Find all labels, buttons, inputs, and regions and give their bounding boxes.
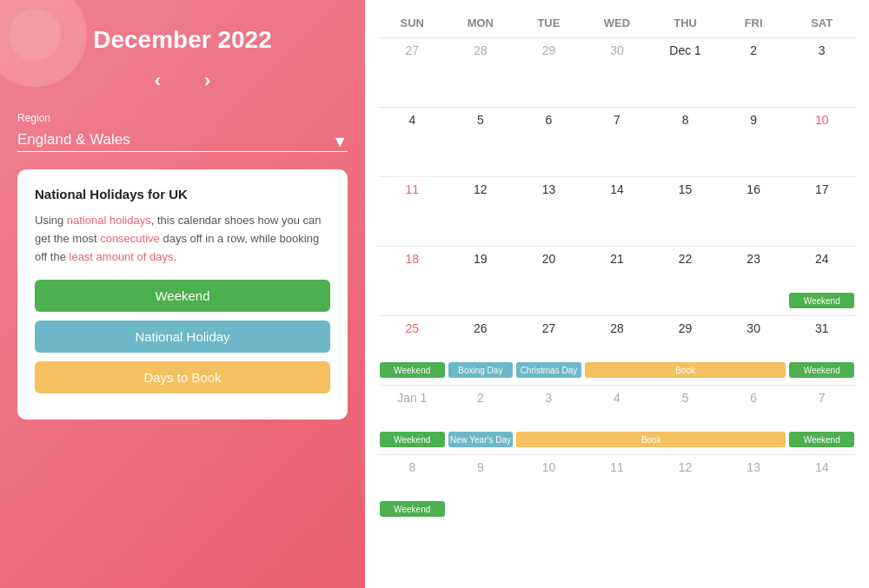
date-number: 8 [654,113,716,127]
date-number: 9 [450,460,512,474]
header-wed: WED [583,13,652,33]
badge-weekend: Weekend [380,362,445,378]
date-number: 7 [587,113,648,127]
table-row[interactable]: 3 [787,37,856,107]
table-row[interactable]: 13 [720,454,788,524]
date-number: 27 [381,43,443,57]
date-number: 17 [791,182,852,196]
week-row-0: 27282930Dec 123 [378,37,856,107]
highlight-national: national holidays [67,214,151,227]
header-sun: SUN [378,13,447,33]
date-number: 10 [518,460,580,474]
region-label: Region [17,112,348,124]
date-number: 28 [587,321,648,335]
info-card: National Holidays for UK Using national … [17,169,348,420]
date-number: 7 [791,391,852,405]
table-row[interactable]: 11 [378,176,447,246]
table-row[interactable]: 13 [514,176,583,246]
date-number: 11 [587,460,648,474]
date-number: 4 [381,113,443,127]
week-row-4: 25262728293031WeekendBoxing DayChristmas… [378,315,856,385]
table-row[interactable]: 14 [787,454,856,524]
calendar-header: SUN MON TUE WED THU FRI SAT [378,13,856,33]
table-row[interactable]: 6 [514,107,583,176]
table-row[interactable]: 23 [720,246,788,315]
badge-holiday: Boxing Day [448,362,514,378]
date-number: 3 [518,391,580,405]
date-number: 20 [518,252,580,266]
header-sat: SAT [787,13,856,33]
table-row[interactable]: 9 [447,454,515,524]
date-number: 3 [791,43,852,57]
table-row[interactable]: 4 [378,107,447,176]
table-row[interactable]: 11 [583,454,652,524]
date-number: 13 [518,182,580,196]
prev-month-button[interactable]: ‹ [155,71,161,90]
table-row[interactable]: 29 [514,37,583,107]
highlight-least: least amount of days [70,250,174,263]
badge-weekend: Weekend [789,432,854,447]
table-row[interactable]: 12 [651,454,720,524]
table-row[interactable]: 30 [583,37,652,107]
table-row[interactable]: 2 [720,37,788,107]
date-number: 27 [518,321,580,335]
date-number: 15 [654,182,716,196]
table-row[interactable]: 15 [651,176,720,246]
date-number: 5 [654,391,716,405]
date-number: 2 [450,391,512,405]
date-number: 12 [450,182,512,196]
month-title: December 2022 [93,26,271,54]
nav-arrows: ‹ › [155,71,211,90]
date-number: 22 [654,252,716,266]
table-row[interactable]: 14 [583,176,652,246]
table-row[interactable]: 21 [583,246,652,315]
table-row[interactable]: 10 [787,107,856,176]
days-to-book-legend-button[interactable]: Days to Book [35,361,330,393]
national-holiday-legend-button[interactable]: National Holiday [35,320,330,353]
date-number: 16 [723,182,785,196]
table-row[interactable]: 28 [447,37,515,107]
table-row[interactable]: 8 [651,107,720,176]
date-number: 12 [654,460,716,474]
table-row[interactable]: 18 [378,246,447,315]
date-number: 29 [518,43,580,57]
date-number: 13 [723,460,785,474]
table-row[interactable]: 12 [447,176,515,246]
badge-holiday: New Year's Day [448,432,514,447]
badge-weekend: Weekend [789,362,854,378]
table-row[interactable]: 19 [447,246,515,315]
table-row[interactable]: 20 [514,246,583,315]
table-row[interactable]: 27 [378,37,447,107]
date-number: 9 [723,113,785,127]
calendar-body: 27282930Dec 1234567891011121314151617181… [378,37,856,524]
date-number: 30 [723,321,785,335]
weekend-legend-button[interactable]: Weekend [35,280,330,312]
date-number: 2 [723,43,785,57]
highlight-consecutive: consecutive [100,232,160,245]
region-select[interactable]: England & Wales Scotland Northern Irelan… [17,128,348,152]
table-row[interactable]: 17 [787,176,856,246]
date-number: 29 [654,321,716,335]
date-number: 25 [381,321,443,335]
week-row-1: 45678910 [378,107,856,176]
date-number: 14 [587,182,648,196]
table-row[interactable]: 10 [514,454,583,524]
info-card-title: National Holidays for UK [35,187,330,202]
date-number: 5 [450,113,512,127]
right-panel: SUN MON TUE WED THU FRI SAT 27282930Dec … [365,0,869,588]
table-row[interactable]: 7 [583,107,652,176]
table-row[interactable]: Dec 1 [651,37,720,107]
header-tue: TUE [514,13,583,33]
badge-holiday: Christmas Day [516,362,581,378]
date-number: 18 [381,252,443,266]
table-row[interactable]: 16 [720,176,788,246]
table-row[interactable]: 9 [720,107,788,176]
region-select-wrapper: England & Wales Scotland Northern Irelan… [17,128,348,152]
date-number: Jan 1 [381,391,443,405]
week-row-5: Jan 1234567WeekendNew Year's DayBookWeek… [378,385,856,454]
table-row[interactable]: 5 [447,107,515,176]
date-number: 8 [381,460,443,474]
table-row[interactable]: 22 [651,246,720,315]
left-panel: December 2022 ‹ › Region England & Wales… [0,0,365,588]
next-month-button[interactable]: › [204,71,210,90]
